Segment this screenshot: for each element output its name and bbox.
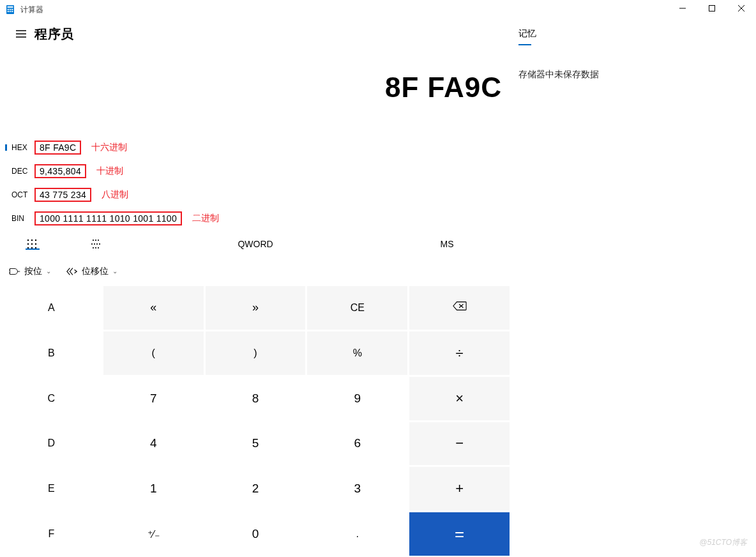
chevron-down-icon: ⌄ [112,268,117,275]
result-display: 8F FA9C [0,46,511,135]
bitshift-icon [66,266,78,277]
key-8[interactable]: 8 [206,377,306,420]
svg-rect-4 [11,9,13,10]
base-label: HEX [6,143,34,152]
base-label: DEC [6,167,34,176]
watermark: @51CTO博客 [699,537,747,548]
key-rshift[interactable]: » [206,286,306,330]
close-button[interactable] [727,0,756,18]
key-hex-b[interactable]: B [1,332,102,375]
maximize-button[interactable] [697,0,727,18]
key-decimal[interactable]: . [307,512,407,556]
key-9[interactable]: 9 [307,377,407,420]
title-bar: 计算器 [0,0,756,19]
bitwise-dropdown[interactable]: 按位 ⌄ [5,263,55,280]
key-negate[interactable]: ⁺⁄₋ [103,512,204,556]
base-label: BIN [6,214,34,223]
base-value-dec: 9,435,804 [34,164,86,178]
calculator-app-icon [5,4,15,15]
svg-point-19 [31,243,33,245]
key-4[interactable]: 4 [103,422,204,466]
svg-point-17 [35,240,36,241]
svg-point-32 [95,247,96,248]
memory-store-button[interactable]: MS [383,239,511,249]
svg-rect-3 [10,9,11,10]
svg-point-33 [98,247,99,248]
base-label: OCT [6,190,34,199]
key-lshift[interactable]: « [103,286,204,330]
key-equals[interactable]: = [409,512,510,556]
key-multiply[interactable]: × [409,377,510,420]
key-percent[interactable]: % [307,332,407,375]
key-left-paren[interactable]: ( [103,332,204,375]
key-hex-c[interactable]: C [1,377,102,420]
calculator-mode-title: 程序员 [34,26,74,43]
svg-point-31 [93,247,94,248]
base-row-dec[interactable]: DEC 9,435,804 十进制 [6,159,511,183]
word-size-toggle[interactable]: QWORD [128,239,383,249]
key-2[interactable]: 2 [206,467,306,510]
chevron-down-icon: ⌄ [46,268,51,275]
bitwise-dropdown-label: 按位 [24,266,42,277]
svg-rect-1 [8,6,13,8]
memory-tab[interactable]: 记忆 [518,26,536,43]
key-hex-d[interactable]: D [1,422,102,466]
svg-rect-9 [709,6,715,11]
key-plus[interactable]: + [409,467,510,510]
annotation-bin: 二进制 [192,213,219,224]
key-backspace[interactable] [409,286,510,330]
key-hex-a[interactable]: A [1,286,102,330]
svg-point-15 [27,240,29,241]
bitshift-dropdown-label: 位移位 [82,266,109,277]
annotation-dec: 十进制 [96,165,123,177]
bit-toggle-icon [89,238,102,250]
svg-point-23 [35,247,36,248]
window-controls [668,0,756,18]
key-3[interactable]: 3 [307,467,407,510]
svg-point-18 [27,243,29,245]
key-clear-entry[interactable]: CE [307,286,407,330]
svg-point-28 [94,243,95,245]
key-divide[interactable]: ÷ [409,332,510,375]
key-7[interactable]: 7 [103,377,204,420]
svg-point-26 [98,240,99,241]
svg-point-25 [95,240,96,241]
backspace-icon [453,301,467,314]
minimize-button[interactable] [668,0,697,18]
svg-point-21 [27,247,29,248]
base-value-oct: 43 775 234 [34,188,91,202]
full-keypad-toggle[interactable] [0,238,64,250]
svg-point-22 [31,247,33,248]
base-row-oct[interactable]: OCT 43 775 234 八进制 [6,183,511,206]
svg-rect-2 [8,9,10,10]
svg-point-27 [91,243,93,245]
base-row-hex[interactable]: HEX 8F FA9C 十六进制 [6,135,511,159]
key-hex-f[interactable]: F [1,512,102,556]
key-0[interactable]: 0 [206,512,306,556]
window-title: 计算器 [20,4,43,15]
svg-point-29 [96,243,98,245]
base-value-bin: 1000 1111 1111 1010 1001 1100 [34,211,182,225]
base-row-bin[interactable]: BIN 1000 1111 1111 1010 1001 1100 二进制 [6,206,511,230]
base-value-hex: 8F FA9C [34,141,81,155]
svg-point-20 [35,243,36,245]
hamburger-menu-button[interactable] [9,22,33,46]
svg-rect-7 [11,11,13,12]
memory-empty-text: 存储器中未保存数据 [518,69,748,80]
svg-point-16 [31,240,33,241]
key-hex-e[interactable]: E [1,467,102,510]
svg-rect-6 [10,11,11,12]
svg-rect-5 [8,11,10,12]
svg-point-30 [99,243,100,245]
key-1[interactable]: 1 [103,467,204,510]
annotation-oct: 八进制 [102,189,128,201]
key-right-paren[interactable]: ) [206,332,306,375]
bit-toggling-keypad-toggle[interactable] [64,238,128,250]
key-6[interactable]: 6 [307,422,407,466]
bitshift-dropdown[interactable]: 位移位 ⌄ [63,263,121,280]
svg-point-24 [93,240,94,241]
key-minus[interactable]: − [409,422,510,466]
key-5[interactable]: 5 [206,422,306,466]
keypad-icon [26,238,38,250]
and-gate-icon [9,266,20,277]
